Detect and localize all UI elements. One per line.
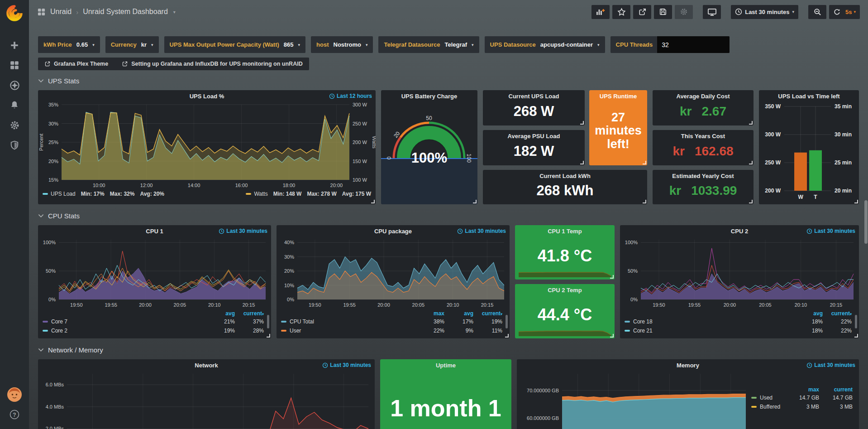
explore-compass-icon[interactable] [5,75,24,95]
panel-resize-handle[interactable] [749,161,753,164]
variable-value[interactable]: 865 [284,41,294,48]
legend-col-current[interactable]: current▾ [235,310,264,317]
panel-title[interactable]: UPS Battery Charge [381,90,477,101]
legend-col-current[interactable]: current [819,386,853,393]
create-icon[interactable] [5,35,24,55]
legend-scrollbar[interactable] [855,315,857,328]
panel-resize-handle[interactable] [473,200,477,203]
legend-scrollbar[interactable] [506,315,508,328]
legend-col-avg[interactable]: avg [206,310,235,317]
page-title[interactable]: Unraid System Dashboard [83,8,168,16]
link-ups-monitoring-guide[interactable]: Setting up Grafana and InfluxDB for UPS … [122,61,302,67]
chevron-down-icon[interactable]: ▾ [472,43,474,47]
star-button[interactable] [612,5,630,19]
panel-resize-handle[interactable] [267,334,270,337]
panel-resize-handle[interactable] [580,161,584,164]
memory-chart[interactable]: 70.000000 GB60.000000 GB50.000000 GB19:5… [517,370,751,429]
legend-series-name[interactable]: Core 18 [625,318,794,325]
grafana-logo-icon[interactable] [5,4,24,23]
zoom-out-button[interactable] [808,5,826,19]
chevron-down-icon[interactable]: ▾ [151,43,153,47]
server-admin-shield-icon[interactable] [5,135,24,155]
panel-title[interactable]: Average PSU Load [483,130,585,141]
dashboard-settings-button[interactable] [675,5,693,19]
legend-col-avg[interactable]: avg [444,310,473,317]
panel-title[interactable]: Estimated Yearly Cost [653,170,754,181]
panel-resize-handle[interactable] [371,200,375,203]
variable-value[interactable]: Telegraf [444,41,467,48]
legend-series-name[interactable]: UPS Load [51,191,76,197]
panel-timeframe[interactable]: Last 30 minutes [322,362,371,368]
chevron-down-icon[interactable]: ▾ [366,43,368,47]
panel-timeframe[interactable]: Last 30 minutes [806,362,855,368]
panel-resize-handle[interactable] [505,334,509,337]
chevron-down-icon[interactable]: ▾ [92,43,95,47]
legend-col-max[interactable]: max [415,310,444,317]
legend-col-current[interactable]: current▾ [823,310,852,317]
legend-series-name[interactable]: Core 7 [43,318,206,325]
panel-resize-handle[interactable] [643,200,646,203]
network-chart[interactable]: 6.0 MBs4.0 MBs2.0 MBs19:5019:5520:0020:0… [38,370,375,429]
chevron-down-icon[interactable]: ▾ [597,43,600,47]
legend-series-name[interactable]: Watts [254,191,267,197]
legend-item[interactable]: WattsMin: 148 WMax: 278 WAvg: 175 W [246,191,371,197]
panel-resize-handle[interactable] [749,200,753,203]
legend-series-name[interactable]: Buffered [751,404,786,410]
cpu2-chart[interactable]: 100%50%0%19:5019:5520:0020:0520:1020:15 [620,236,859,309]
panel-resize-handle[interactable] [854,200,858,203]
cpu-threads-input[interactable] [657,36,730,53]
panel-title[interactable]: Current Load kWh [483,170,647,181]
variable-value[interactable]: apcupsd-container [540,41,593,48]
panel-resize-handle[interactable] [749,121,753,125]
dashboards-icon[interactable] [5,55,24,75]
section-ups-stats[interactable]: UPS Stats [38,77,859,85]
dashboard-picker-caret-icon[interactable]: ▾ [173,10,176,14]
add-panel-button[interactable] [591,5,610,19]
panel-resize-handle[interactable] [580,121,584,125]
save-button[interactable] [654,5,672,19]
panel-timeframe[interactable]: Last 30 minutes [457,228,506,234]
ups-bars-chart[interactable]: 350 W300 W250 W200 W35 min30 min25 min20… [759,101,859,202]
time-range-picker[interactable]: Last 30 minutes ▾ [731,5,798,19]
ups-load-chart[interactable]: 35%30%25%20%15%300 W250 W200 W150 W100 W… [38,101,376,190]
panel-title[interactable]: CPU 2 Temp [515,284,615,295]
help-icon[interactable]: ? [5,405,24,424]
legend-scrollbar[interactable] [267,315,269,328]
legend-series-name[interactable]: User [281,328,415,334]
legend-col-max[interactable]: max [786,386,819,393]
panel-title[interactable]: UPS Load vs Time left [759,90,859,101]
panel-resize-handle[interactable] [643,161,646,164]
cpu1-chart[interactable]: 100%50%0%19:5019:5520:0020:0520:1020:15 [38,236,271,309]
legend-col-current[interactable]: current▾ [473,310,502,317]
cpu-package-chart[interactable]: 40%30%20%10%0%19:5019:5520:0020:0520:102… [277,236,510,309]
scrollbar-thumb[interactable] [864,200,868,244]
panel-title[interactable]: CPU 1 Temp [515,225,615,236]
section-network-memory[interactable]: Network / Memory [38,346,859,354]
panel-title[interactable]: Current UPS Load [483,90,585,101]
legend-series-name[interactable]: Core 2 [43,328,206,334]
legend-series-name[interactable]: Core 21 [625,328,794,334]
alerting-bell-icon[interactable] [5,95,24,115]
panel-title[interactable]: Average Daily Cost [653,90,754,101]
panel-title[interactable]: UPS Runtime [589,90,647,101]
legend-series-name[interactable]: CPU Total [281,318,415,325]
panel-resize-handle[interactable] [610,275,614,279]
share-button[interactable] [633,5,651,19]
panel-resize-handle[interactable] [854,334,858,337]
panel-timeframe[interactable]: Last 12 hours [329,93,372,99]
panel-timeframe[interactable]: Last 30 minutes [219,228,267,234]
chevron-down-icon[interactable]: ▾ [298,43,300,47]
panel-title[interactable]: This Years Cost [653,130,754,141]
panel-title[interactable]: UPS Load % [38,90,376,101]
page-scrollbar[interactable] [864,0,868,429]
legend-series-name[interactable]: Used [751,395,786,401]
cycle-view-button[interactable] [703,5,721,19]
link-grafana-plex-theme[interactable]: Grafana Plex Theme [44,61,108,67]
variable-value[interactable]: Nostromo [334,41,361,48]
user-avatar[interactable] [5,385,24,405]
apps-grid-icon[interactable] [37,8,46,16]
panel-title[interactable]: Uptime [380,359,511,370]
legend-item[interactable]: UPS LoadMin: 17%Max: 32%Avg: 20% [43,191,164,197]
panel-resize-handle[interactable] [610,334,614,337]
configuration-gear-icon[interactable] [5,115,24,135]
